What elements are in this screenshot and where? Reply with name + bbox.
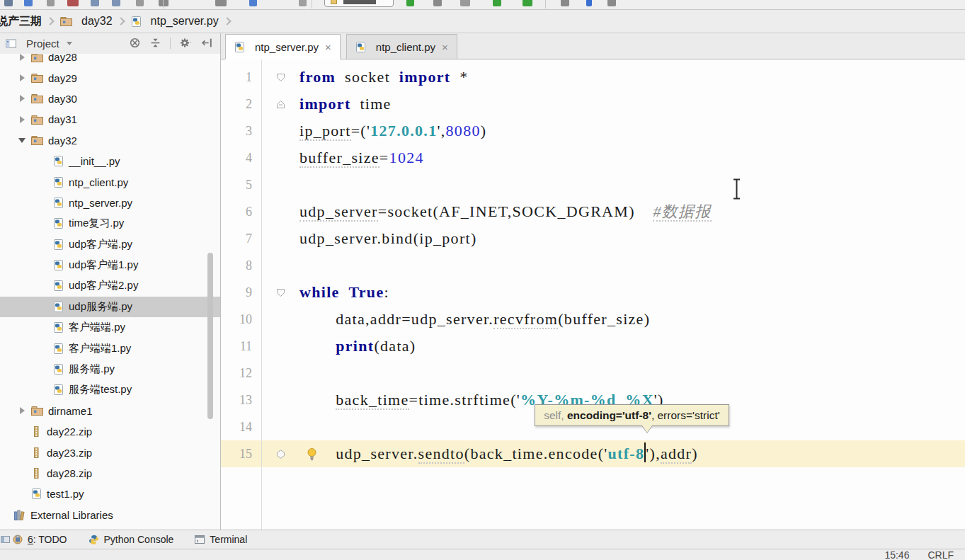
- caret-position[interactable]: 15:46: [884, 549, 909, 560]
- expand-arrow-icon[interactable]: [13, 74, 31, 81]
- line-number[interactable]: 6: [221, 205, 261, 219]
- tree-item[interactable]: 服务端test.py: [0, 379, 220, 400]
- tree-item[interactable]: udp客户端.py: [0, 234, 220, 255]
- code-line[interactable]: 6udp_server=socket(AF_INET,SOCK_DGRAM) #…: [221, 198, 965, 225]
- tree-item[interactable]: ntp_server.py: [0, 193, 220, 213]
- collapse-arrow-icon[interactable]: [13, 138, 31, 143]
- fold-marker-icon[interactable]: [261, 100, 299, 109]
- line-number[interactable]: 14: [221, 420, 261, 435]
- tree-item[interactable]: udp客户端1.py: [0, 255, 220, 275]
- tree-item[interactable]: udp客户端2.py: [0, 275, 220, 296]
- expand-arrow-icon[interactable]: [13, 54, 31, 61]
- fold-marker-icon[interactable]: [261, 288, 299, 297]
- line-number[interactable]: 12: [221, 366, 261, 381]
- toolwindow-button-python-console[interactable]: Python Console: [88, 534, 174, 545]
- close-icon[interactable]: ×: [325, 42, 331, 52]
- code-line[interactable]: 2import time: [221, 91, 965, 118]
- code-line[interactable]: 9while True:: [221, 279, 965, 306]
- toolbar-icon[interactable]: [561, 0, 569, 6]
- settings-button[interactable]: [179, 37, 193, 49]
- tree-item[interactable]: 服务端.py: [0, 359, 220, 379]
- line-number[interactable]: 15: [221, 447, 261, 462]
- line-number[interactable]: 3: [221, 124, 261, 139]
- tree-item[interactable]: __init__.py: [0, 151, 220, 171]
- project-tree[interactable]: day28day29day30day31day32__init__.pyntp_…: [0, 54, 220, 549]
- code-line[interactable]: 11 print(data): [221, 333, 965, 360]
- code-line[interactable]: 8: [221, 252, 965, 279]
- line-number[interactable]: 4: [221, 151, 261, 166]
- tab-ntp-server[interactable]: ntp_server.py ×: [225, 34, 341, 59]
- tree-item[interactable]: time复习.py: [0, 213, 220, 234]
- line-number[interactable]: 9: [221, 285, 261, 300]
- code-line[interactable]: 4buffer_size=1024: [221, 144, 965, 171]
- breadcrumb-item[interactable]: 说产三期: [0, 14, 43, 29]
- toolbar-icon[interactable]: [299, 0, 307, 6]
- tree-item[interactable]: day31: [0, 109, 220, 130]
- code-line[interactable]: 1from socket import *: [221, 64, 965, 91]
- toolbar-icon[interactable]: [406, 0, 414, 6]
- tab-ntp-client[interactable]: ntp_client.py ×: [346, 34, 457, 59]
- toolwindow-button---todo[interactable]: 6: TODO: [13, 534, 67, 545]
- tree-item[interactable]: day22.zip: [0, 421, 220, 442]
- code-editor[interactable]: 1from socket import *2import time3ip_por…: [221, 59, 965, 530]
- locate-button[interactable]: [129, 37, 141, 49]
- line-number[interactable]: 10: [221, 312, 261, 327]
- line-number[interactable]: 13: [221, 393, 261, 408]
- line-number[interactable]: 2: [221, 97, 261, 112]
- tree-item[interactable]: day29: [0, 67, 220, 88]
- tree-item[interactable]: day28: [0, 54, 220, 67]
- line-number[interactable]: 1: [221, 70, 261, 85]
- code-line[interactable]: 15 udp_server.sendto(back_time.encode('u…: [221, 440, 965, 467]
- close-icon[interactable]: ×: [442, 42, 448, 52]
- code-line[interactable]: 7udp_server.bind(ip_port): [221, 225, 965, 252]
- hide-panel-button[interactable]: [201, 37, 213, 49]
- intention-bulb-icon[interactable]: [306, 447, 318, 464]
- toolbar-icon[interactable]: [91, 0, 99, 6]
- tree-item[interactable]: day30: [0, 88, 220, 109]
- expand-arrow-icon[interactable]: [13, 407, 31, 414]
- expand-arrow-icon[interactable]: [13, 116, 31, 123]
- code-line[interactable]: 5: [221, 171, 965, 198]
- breadcrumb-item[interactable]: day32: [59, 15, 114, 28]
- toolbar-icon[interactable]: [24, 0, 33, 6]
- tree-item[interactable]: test1.py: [0, 484, 220, 504]
- chevron-down-icon[interactable]: [67, 42, 72, 45]
- toolbar-icon[interactable]: [460, 0, 470, 6]
- line-number[interactable]: 11: [221, 339, 261, 354]
- tree-scrollbar[interactable]: [207, 253, 213, 419]
- toolbar-icon[interactable]: [136, 0, 144, 6]
- toolbar-icon[interactable]: [586, 0, 592, 6]
- toolbar-icon[interactable]: [433, 0, 442, 6]
- tree-item[interactable]: External Libraries: [0, 505, 220, 525]
- toolbar-icon[interactable]: [215, 0, 227, 6]
- line-ending-indicator[interactable]: CRLF: [927, 549, 954, 560]
- run-configuration-select[interactable]: [324, 0, 394, 7]
- toolbar-icon[interactable]: [523, 0, 532, 6]
- fold-marker-icon[interactable]: [261, 73, 299, 82]
- expand-arrow-icon[interactable]: [13, 95, 31, 102]
- tree-item[interactable]: udp服务端.py: [0, 297, 220, 317]
- tree-item[interactable]: ntp_client.py: [0, 171, 220, 192]
- code-line[interactable]: 3ip_port=('127.0.0.1',8080): [221, 118, 965, 144]
- tree-item[interactable]: day32: [0, 130, 220, 151]
- tree-item[interactable]: 客户端端.py: [0, 317, 220, 338]
- tree-item[interactable]: day28.zip: [0, 463, 220, 484]
- fold-marker-icon[interactable]: [261, 450, 299, 459]
- toolwindow-button-terminal[interactable]: Terminal: [195, 534, 247, 545]
- toolbar-icon[interactable]: [4, 0, 13, 6]
- toolbar-icon[interactable]: [493, 0, 501, 6]
- line-number[interactable]: 5: [221, 178, 261, 193]
- toolbar-icon[interactable]: [47, 0, 55, 6]
- toolbar-icon[interactable]: [112, 0, 120, 6]
- breadcrumb-item[interactable]: ntp_server.py: [130, 15, 220, 28]
- toolbar-icon[interactable]: [607, 0, 616, 6]
- tree-item[interactable]: day23.zip: [0, 442, 220, 462]
- line-number[interactable]: 7: [221, 232, 261, 246]
- tree-item[interactable]: 客户端端1.py: [0, 338, 220, 358]
- toolbar-icon[interactable]: [67, 0, 79, 6]
- line-number[interactable]: 8: [221, 258, 261, 273]
- toolbar-icon[interactable]: [159, 0, 169, 6]
- collapse-all-button[interactable]: [149, 37, 161, 49]
- tree-item[interactable]: dirname1: [0, 401, 220, 421]
- code-line[interactable]: 10 data,addr=udp_server.recvfrom(buffer_…: [221, 306, 965, 333]
